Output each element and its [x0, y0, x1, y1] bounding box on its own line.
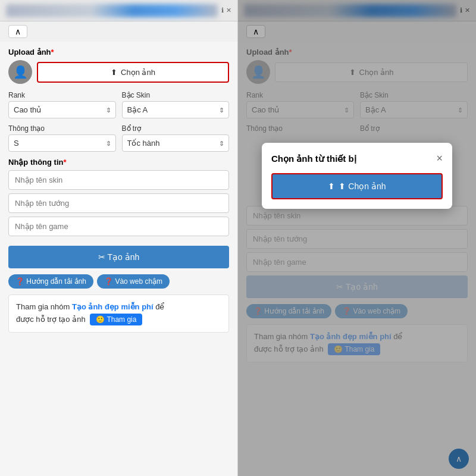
- vao-web-cham-btn-left[interactable]: ❓ Vào web chậm: [97, 274, 170, 289]
- left-content: Upload ảnh* 👤 ⬆ Chọn ảnh Rank Cao thủ Bậ…: [0, 42, 237, 476]
- header-icons-left: ℹ ✕: [221, 7, 231, 14]
- info-icon: ℹ: [221, 7, 224, 14]
- bo-tro-select-left[interactable]: Tốc hành: [122, 134, 230, 152]
- modal-close-btn[interactable]: ×: [436, 152, 443, 165]
- nhap-thong-tin-label-left: Nhập thông tin*: [8, 158, 229, 167]
- left-header: ℹ ✕: [0, 0, 237, 21]
- close-icon-left[interactable]: ✕: [226, 7, 231, 14]
- right-panel-wrapper: ℹ ✕ ∧ Upload ảnh* 👤 ⬆ Chọn ảnh Ra: [238, 0, 476, 476]
- bo-tro-label-left: Bổ trợ: [122, 124, 230, 133]
- thong-thao-select-left[interactable]: S: [8, 134, 116, 152]
- modal-chon-anh-label: ⬆ Chọn ảnh: [339, 181, 386, 191]
- fb-join-btn-left[interactable]: 🙂 Tham gia: [90, 314, 142, 325]
- bac-skin-field-left: Bậc Skin Bậc A: [122, 91, 230, 118]
- rank-select-left[interactable]: Cao thủ: [8, 101, 116, 118]
- community-box-left: Tham gia nhóm Tạo ảnh đẹp miễn phí đểđượ…: [8, 295, 229, 333]
- rank-field-left: Rank Cao thủ: [8, 91, 116, 118]
- modal-title: Chọn ảnh từ thiết bị: [271, 154, 356, 164]
- thong-thao-label-left: Thông thạo: [8, 124, 116, 133]
- rank-bac-row-left: Rank Cao thủ Bậc Skin Bậc A: [8, 91, 229, 118]
- modal-upload-icon: ⬆: [328, 181, 335, 191]
- ten-skin-input-left[interactable]: [8, 170, 229, 190]
- scroll-up-btn-left[interactable]: ∧: [8, 25, 27, 38]
- thong-thao-select-wrapper-left: S: [8, 134, 116, 152]
- left-panel: ℹ ✕ ∧ Upload ảnh* 👤 ⬆ Chọn ảnh Rank Cao …: [0, 0, 238, 476]
- thong-thao-field-left: Thông thạo S: [8, 124, 116, 152]
- upload-label-left: Upload ảnh*: [8, 48, 229, 57]
- ten-tuong-input-left[interactable]: [8, 193, 229, 213]
- rank-select-wrapper-left: Cao thủ: [8, 101, 116, 118]
- bac-skin-select-wrapper-left: Bậc A: [122, 101, 230, 118]
- modal-header: Chọn ảnh từ thiết bị ×: [271, 152, 443, 165]
- bo-tro-field-left: Bổ trợ Tốc hành: [122, 124, 230, 152]
- chon-anh-btn-left[interactable]: ⬆ Chọn ảnh: [37, 62, 229, 83]
- link-buttons-row-left: ❓ Hướng dẫn tải ảnh ❓ Vào web chậm: [8, 274, 229, 289]
- upload-row-left: 👤 ⬆ Chọn ảnh: [8, 60, 229, 84]
- ten-game-input-left[interactable]: [8, 217, 229, 236]
- tao-anh-btn-left[interactable]: ✂ Tạo ảnh: [8, 246, 229, 268]
- upload-icon-left: ⬆: [111, 68, 117, 77]
- bo-tro-select-wrapper-left: Tốc hành: [122, 134, 230, 152]
- avatar-left: 👤: [8, 60, 32, 84]
- header-blur-left: [6, 4, 218, 17]
- scroll-up-row-left: ∧: [0, 21, 237, 42]
- community-link-left[interactable]: Tạo ảnh đẹp miễn phí: [72, 302, 154, 311]
- modal-chon-anh-btn[interactable]: ⬆ ⬆ Chọn ảnh: [271, 173, 443, 199]
- modal-dialog: Chọn ảnh từ thiết bị × ⬆ ⬆ Chọn ảnh: [262, 143, 452, 209]
- thong-thao-bo-tro-row-left: Thông thạo S Bổ trợ Tốc hành: [8, 124, 229, 152]
- bac-skin-label-left: Bậc Skin: [122, 91, 230, 99]
- modal-overlay: Chọn ảnh từ thiết bị × ⬆ ⬆ Chọn ảnh: [238, 0, 476, 476]
- rank-label-left: Rank: [8, 91, 116, 99]
- huong-dan-btn-left[interactable]: ❓ Hướng dẫn tải ảnh: [8, 274, 93, 289]
- bac-skin-select-left[interactable]: Bậc A: [122, 101, 230, 118]
- nhap-thong-tin-section-left: Nhập thông tin*: [8, 158, 229, 240]
